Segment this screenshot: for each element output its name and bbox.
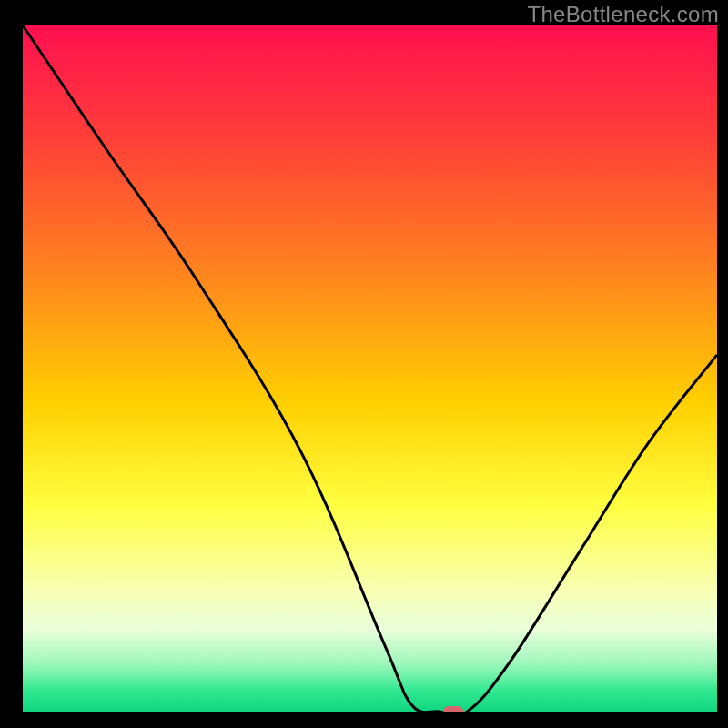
frame-left: [0, 0, 23, 728]
frame-bottom: [0, 712, 728, 728]
watermark-text: TheBottleneck.com: [527, 2, 719, 27]
bottleneck-chart: [0, 0, 728, 728]
frame-right: [717, 0, 728, 728]
